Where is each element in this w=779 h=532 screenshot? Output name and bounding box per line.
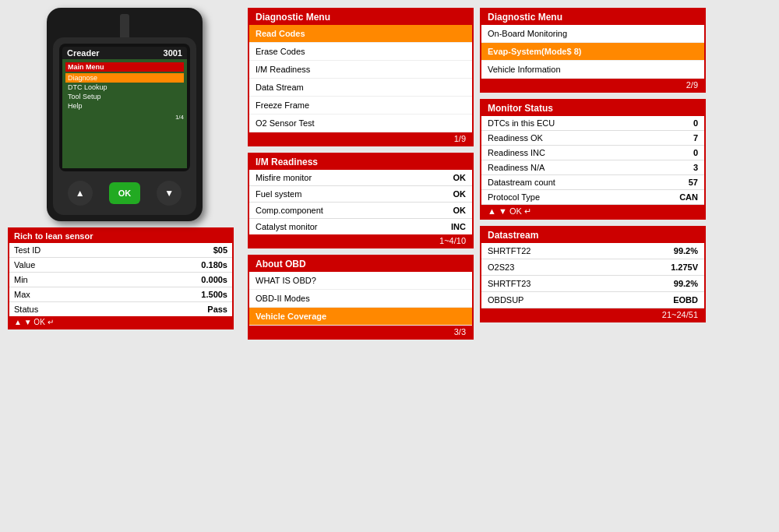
ds-value-1: 1.275V — [612, 259, 704, 276]
monitor-value-3: 3 — [642, 160, 704, 175]
table-row: Readiness N/A 3 — [481, 160, 704, 175]
screen-page: 1/4 — [65, 114, 184, 121]
table-row: O2S23 1.275V — [481, 259, 704, 276]
diag-menu1-title: Diagnostic Menu — [249, 9, 472, 25]
diag-menu2-item-1[interactable]: Evap-System(Mode$ 8) — [481, 43, 704, 61]
table-row: Readiness INC 0 — [481, 146, 704, 160]
im-value-3: INC — [415, 219, 472, 235]
device-screen: Main Menu Diagnose DTC Lookup Tool Setup… — [62, 59, 187, 168]
table-row: OBDSUP EOBD — [481, 292, 704, 308]
device-buttons: ▲ OK ▼ — [59, 178, 190, 209]
about-obd-item-2[interactable]: Vehicle Coverage — [249, 308, 472, 326]
monitor-table: DTCs in this ECU 0 Readiness OK 7 Readin… — [481, 116, 704, 205]
sensor-table: Test ID $05 Value 0.180s Min 0.000s Max … — [9, 243, 232, 316]
im-readiness-footer: 1~4/10 — [249, 234, 472, 247]
monitor-label-4: Datastream count — [481, 175, 642, 190]
ds-value-2: 99.2% — [612, 276, 704, 292]
sensor-label-2: Min — [9, 273, 122, 287]
sensor-label-3: Max — [9, 287, 122, 302]
sensor-label-4: Status — [9, 302, 122, 317]
im-label-0: Misfire monitor — [249, 170, 415, 186]
table-row: DTCs in this ECU 0 — [481, 116, 704, 131]
diag-menu1-item-0[interactable]: Read Codes — [249, 25, 472, 43]
diag-menu2-title: Diagnostic Menu — [481, 9, 704, 25]
sensor-value-3: 1.500s — [122, 287, 232, 302]
im-value-1: OK — [415, 186, 472, 203]
table-row: Readiness OK 7 — [481, 131, 704, 146]
table-row: Comp.component OK — [249, 203, 472, 219]
table-row: Value 0.180s — [9, 258, 232, 273]
right-column: Diagnostic Menu On-Board Monitoring Evap… — [480, 8, 706, 322]
diag-menu1-item-5[interactable]: O2 Sensor Test — [249, 115, 472, 132]
diag-menu1-item-3[interactable]: Data Stream — [249, 79, 472, 97]
middle-column: Diagnostic Menu Read Codes Erase Codes I… — [248, 8, 474, 340]
device-cable — [120, 14, 129, 37]
monitor-value-0: 0 — [642, 116, 704, 131]
diag-menu1-item-4[interactable]: Freeze Frame — [249, 97, 472, 115]
monitor-value-1: 7 — [642, 131, 704, 146]
table-row: SHRTFT23 99.2% — [481, 276, 704, 292]
screen-item-diagnose: Diagnose — [65, 73, 184, 83]
about-obd-title: About OBD — [249, 256, 472, 272]
table-row: Min 0.000s — [9, 273, 232, 287]
table-row: Misfire monitor OK — [249, 170, 472, 186]
table-row: Test ID $05 — [9, 243, 232, 258]
ok-button[interactable]: OK — [109, 182, 140, 204]
diag-menu2-item-2[interactable]: Vehicle Information — [481, 61, 704, 79]
im-value-0: OK — [415, 170, 472, 186]
table-row: Datastream count 57 — [481, 175, 704, 190]
obd-device: Creader 3001 Main Menu Diagnose DTC Look… — [47, 8, 203, 221]
brand-name: Creader — [67, 48, 100, 58]
sensor-value-0: $05 — [122, 243, 232, 258]
about-obd-item-0[interactable]: WHAT IS OBD? — [249, 272, 472, 290]
about-obd-item-1[interactable]: OBD-II Modes — [249, 290, 472, 308]
diagnostic-menu-1: Diagnostic Menu Read Codes Erase Codes I… — [248, 8, 474, 146]
monitor-label-5: Protocol Type — [481, 190, 642, 205]
monitor-value-4: 57 — [642, 175, 704, 190]
im-readiness-title: I/M Readiness — [249, 154, 472, 170]
sensor-value-1: 0.180s — [122, 258, 232, 273]
sensor-value-4: Pass — [122, 302, 232, 317]
im-table: Misfire monitor OK Fuel system OK Comp.c… — [249, 170, 472, 234]
table-row: Status Pass — [9, 302, 232, 317]
diag-menu1-footer: 1/9 — [249, 132, 472, 145]
monitor-value-2: 0 — [642, 146, 704, 160]
screen-menu-title: Main Menu — [65, 62, 184, 72]
table-row: Fuel system OK — [249, 186, 472, 203]
sensor-box-title: Rich to lean sensor — [9, 229, 232, 243]
monitor-status-title: Monitor Status — [481, 100, 704, 116]
table-row: Protocol Type CAN — [481, 190, 704, 205]
device-body: Creader 3001 Main Menu Diagnose DTC Look… — [53, 37, 196, 215]
sensor-label-0: Test ID — [9, 243, 122, 258]
datastream-title: Datastream — [481, 227, 704, 243]
table-row: Catalyst monitor INC — [249, 219, 472, 235]
up-button[interactable]: ▲ — [68, 181, 93, 206]
monitor-status-footer: ▲ ▼ OK ↵ — [481, 205, 704, 218]
datastream-footer: 21~24/51 — [481, 308, 704, 321]
diag-menu1-item-1[interactable]: Erase Codes — [249, 43, 472, 61]
sensor-value-2: 0.000s — [122, 273, 232, 287]
ds-label-0: SHRTFT22 — [481, 243, 612, 259]
im-label-1: Fuel system — [249, 186, 415, 203]
sensor-label-1: Value — [9, 258, 122, 273]
monitor-label-1: Readiness OK — [481, 131, 642, 146]
monitor-label-2: Readiness INC — [481, 146, 642, 160]
ds-label-3: OBDSUP — [481, 292, 612, 308]
diag-menu1-item-2[interactable]: I/M Readiness — [249, 61, 472, 79]
ds-label-1: O2S23 — [481, 259, 612, 276]
sensor-box-footer: ▲ ▼ OK ↵ — [9, 316, 232, 328]
diag-menu2-footer: 2/9 — [481, 79, 704, 91]
about-obd-box: About OBD WHAT IS OBD? OBD-II Modes Vehi… — [248, 255, 474, 340]
monitor-label-0: DTCs in this ECU — [481, 116, 642, 131]
ds-value-0: 99.2% — [612, 243, 704, 259]
im-label-2: Comp.component — [249, 203, 415, 219]
main-container: Creader 3001 Main Menu Diagnose DTC Look… — [0, 0, 779, 532]
monitor-label-3: Readiness N/A — [481, 160, 642, 175]
screen-item-dtc: DTC Lookup — [65, 83, 184, 92]
table-row: SHRTFT22 99.2% — [481, 243, 704, 259]
monitor-value-5: CAN — [642, 190, 704, 205]
down-button[interactable]: ▼ — [157, 181, 182, 206]
screen-item-toolsetup: Tool Setup — [65, 92, 184, 101]
diag-menu2-item-0[interactable]: On-Board Monitoring — [481, 25, 704, 43]
screen-item-help: Help — [65, 101, 184, 111]
